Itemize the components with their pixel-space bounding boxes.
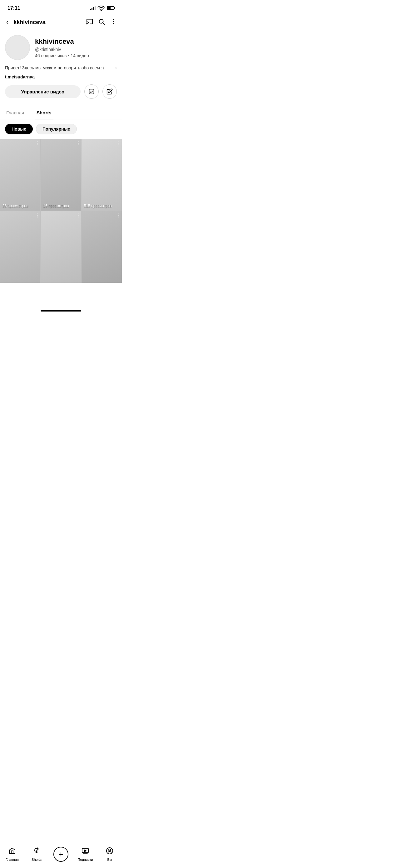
video-thumb-5[interactable] [41,211,81,283]
nav-bar: ‹ kkhivinceva [0,14,122,30]
video-grid: 36 просмотров 16 просмотров 515 просмотр… [0,139,122,283]
avatar[interactable] [5,35,30,60]
video-thumb-4[interactable] [0,211,40,283]
nav-right [86,18,117,27]
profile-info: kkhivinceva @kristinakhiv 46 подписчиков… [35,35,117,58]
svg-point-4 [113,19,114,20]
profile-handle: @kristinakhiv [35,47,117,52]
video-views-1: 36 просмотров [2,204,28,208]
tab-shorts[interactable]: Shorts [30,106,58,119]
nav-title: kkhivinceva [13,19,45,26]
video-thumb-6[interactable] [81,211,122,283]
tab-home[interactable]: Главная [0,106,30,119]
video-more-icon-6[interactable] [119,213,119,217]
signal-icon [90,6,96,10]
video-views-2: 16 просмотров [43,204,69,208]
video-more-icon-1[interactable] [37,141,38,145]
svg-rect-7 [89,89,94,94]
action-buttons: Управление видео [5,84,117,99]
cast-icon[interactable] [86,18,93,27]
profile-header: kkhivinceva @kristinakhiv 46 подписчиков… [5,35,117,60]
profile-desc-text: Привет! Здесь мы можем поговорить обо вс… [5,65,104,70]
video-views-3: 515 просмотров [84,204,112,208]
video-more-icon-2[interactable] [78,141,79,145]
svg-point-6 [113,23,114,24]
manage-video-button[interactable]: Управление видео [5,85,80,98]
back-button[interactable]: ‹ [5,17,10,28]
status-time: 17:11 [7,5,20,11]
filter-new[interactable]: Новые [5,124,33,134]
video-thumb-2[interactable]: 16 просмотров [41,139,81,211]
filter-pills: Новые Популярные [0,119,122,139]
nav-left: ‹ kkhivinceva [5,17,45,28]
video-thumb-1[interactable]: 36 просмотров [0,139,40,211]
search-icon[interactable] [98,18,105,27]
profile-section: kkhivinceva @kristinakhiv 46 подписчиков… [0,30,122,106]
edit-button[interactable] [102,84,117,99]
tabs: Главная Shorts [0,106,122,119]
analytics-button[interactable] [84,84,99,99]
svg-line-3 [103,23,104,24]
home-indicator [41,310,81,312]
svg-point-5 [113,21,114,22]
video-more-icon-5[interactable] [78,213,79,217]
battery-icon [107,6,114,10]
profile-link[interactable]: t.me/sudarnya [5,74,117,80]
wifi-icon [97,4,105,12]
profile-description[interactable]: Привет! Здесь мы можем поговорить обо вс… [5,64,117,72]
video-thumb-3[interactable]: 515 просмотров [81,139,122,211]
svg-point-0 [101,10,101,11]
svg-point-1 [87,24,87,24]
video-more-icon-3[interactable] [119,141,119,145]
status-icons [90,4,114,12]
video-more-icon-4[interactable] [37,213,38,217]
chevron-right-icon: › [115,65,117,71]
status-bar: 17:11 [0,0,122,14]
filter-popular[interactable]: Популярные [36,124,76,134]
more-icon[interactable] [110,18,117,27]
profile-stats: 46 подписчиков • 14 видео [35,53,117,58]
profile-name: kkhivinceva [35,37,117,45]
